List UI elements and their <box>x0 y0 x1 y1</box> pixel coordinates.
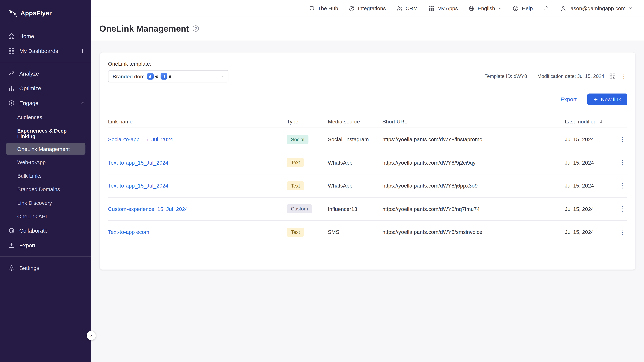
sidebar-item-label: Audiences <box>17 114 42 120</box>
topbar-item-label: My Apps <box>438 5 458 11</box>
content: OneLink template: Branded dom <box>91 41 644 362</box>
template-meta: Template ID: dWY8 Modification date: Jul… <box>484 73 627 80</box>
column-header-last-modified[interactable]: Last modified <box>565 119 608 125</box>
user-menu[interactable]: jason@gamingapp.com <box>560 5 632 11</box>
topbar-item-integrations[interactable]: Integrations <box>349 5 386 11</box>
link-name[interactable]: Custom-experience_15_Jul_2024 <box>108 206 188 212</box>
topbar-item-the-hub[interactable]: The Hub <box>309 5 338 11</box>
apps-grid-icon <box>428 5 434 11</box>
sidebar-item-home[interactable]: Home <box>0 29 91 43</box>
sidebar-item-collaborate[interactable]: Collaborate <box>0 223 91 238</box>
last-modified: Jul 15, 2024 <box>565 183 608 189</box>
last-modified: Jul 15, 2024 <box>565 136 608 143</box>
android-icon <box>168 74 172 78</box>
sidebar-item-label: Branded Domains <box>17 186 60 192</box>
sidebar-item-web-to-app[interactable]: Web-to-App <box>0 156 91 169</box>
sidebar-item-label: Settings <box>19 265 39 271</box>
template-id: Template ID: dWY8 <box>484 73 527 79</box>
sidebar-item-audiences[interactable]: Audiences <box>0 110 91 124</box>
sidebar-item-label: OneLink Management <box>17 146 70 152</box>
sidebar-item-link-discovery[interactable]: Link Discovery <box>0 196 91 210</box>
table-row: Social-to-app_15_Jul_2024 Social Social_… <box>108 128 627 151</box>
sidebar-item-engage[interactable]: Engage <box>0 96 91 110</box>
table-row: Text-to-app_15_Jul_2024 Text WhatsApp ht… <box>108 174 627 197</box>
type-badge: Custom <box>287 204 312 213</box>
sidebar: AppsFlyer Home My Dashboards <box>0 0 91 362</box>
template-kebab-icon[interactable]: ⋮ <box>620 73 627 80</box>
sidebar-item-label: Home <box>19 33 34 39</box>
last-modified: Jul 15, 2024 <box>565 229 608 235</box>
user-email: jason@gamingapp.com <box>569 5 626 11</box>
sidebar-item-my-dashboards[interactable]: My Dashboards <box>0 43 91 58</box>
apple-icon <box>154 74 158 78</box>
short-url: https://yoella.pants.com/dWY8/9j2ci9qy <box>382 160 565 166</box>
sidebar-item-bulk-links[interactable]: Bulk Links <box>0 169 91 182</box>
android-app-chip <box>161 73 172 80</box>
row-kebab-icon[interactable]: ⋮ <box>619 159 626 166</box>
sidebar-item-label: Optimize <box>19 85 41 91</box>
table-row: Text-to-app ecom Text SMS https://yoella… <box>108 221 627 244</box>
sidebar-item-label: Export <box>19 242 36 248</box>
row-kebab-icon[interactable]: ⋮ <box>619 205 626 212</box>
media-source: SMS <box>328 229 382 235</box>
row-kebab-icon[interactable]: ⋮ <box>619 229 626 235</box>
sort-desc-icon <box>598 119 604 124</box>
notifications-button[interactable] <box>544 5 550 11</box>
topbar-item-crm[interactable]: CRM <box>396 5 418 11</box>
sidebar-item-label: Analyze <box>19 70 39 76</box>
links-table: Link name Type Media source Short URL La… <box>108 116 627 244</box>
row-kebab-icon[interactable]: ⋮ <box>619 136 626 143</box>
sidebar-item-onelink-api[interactable]: OneLink API <box>0 210 91 223</box>
plus-icon <box>593 97 598 102</box>
chevron-up-icon <box>80 101 85 105</box>
column-header-media-source: Media source <box>328 119 382 125</box>
sidebar-collapse-button[interactable]: ‹ <box>87 331 96 340</box>
language-selector[interactable]: English <box>468 5 502 11</box>
page-help-icon[interactable]: ? <box>193 25 199 31</box>
chat-icon <box>309 5 315 11</box>
new-link-button[interactable]: New link <box>587 94 627 105</box>
gear-icon <box>8 265 15 271</box>
media-source: WhatsApp <box>328 183 382 189</box>
sidebar-item-analyze[interactable]: Analyze <box>0 66 91 81</box>
chevron-down-icon <box>219 74 224 79</box>
sidebar-item-export[interactable]: Export <box>0 238 91 253</box>
link-name[interactable]: Text-to-app_15_Jul_2024 <box>108 160 168 166</box>
app-icon <box>161 73 167 80</box>
sidebar-item-label: Link Discovery <box>17 200 52 206</box>
page-title: OneLink Management <box>99 23 189 33</box>
link-name[interactable]: Text-to-app_15_Jul_2024 <box>108 183 168 189</box>
topbar-item-label: CRM <box>406 5 418 11</box>
qr-code-icon[interactable] <box>609 73 616 80</box>
topbar-item-label: Integrations <box>358 5 386 11</box>
collaborate-icon <box>8 227 15 234</box>
user-icon <box>560 5 566 11</box>
app-root: AppsFlyer Home My Dashboards <box>0 0 644 362</box>
sidebar-item-label: Engage <box>19 100 38 106</box>
type-badge: Social <box>287 135 308 144</box>
add-dashboard-icon[interactable] <box>80 48 86 54</box>
column-header-type: Type <box>287 119 328 125</box>
sidebar-item-settings[interactable]: Settings <box>0 261 91 275</box>
topbar-item-help[interactable]: Help <box>513 5 533 11</box>
template-dropdown[interactable]: Branded dom <box>108 70 228 82</box>
analyze-icon <box>8 70 15 77</box>
bell-icon <box>544 5 550 11</box>
sidebar-item-label: Web-to-App <box>17 159 46 165</box>
meta-divider <box>532 73 532 79</box>
short-url: https://yoella.pants.com/dWY8/smsinvoice <box>382 229 565 235</box>
template-label: OneLink template: <box>108 61 627 67</box>
sidebar-item-branded-domains[interactable]: Branded Domains <box>0 182 91 196</box>
modification-date: Modification date: Jul 15, 2024 <box>537 73 604 79</box>
type-badge: Text <box>287 228 304 236</box>
column-header-label: Last modified <box>565 119 596 125</box>
row-kebab-icon[interactable]: ⋮ <box>619 182 626 189</box>
media-source: Social_instagram <box>328 136 382 143</box>
sidebar-item-optimize[interactable]: Optimize <box>0 81 91 96</box>
sidebar-item-onelink-management[interactable]: OneLink Management <box>6 143 86 155</box>
link-name[interactable]: Social-to-app_15_Jul_2024 <box>108 136 173 143</box>
export-button[interactable]: Export <box>560 96 576 102</box>
topbar-item-my-apps[interactable]: My Apps <box>428 5 458 11</box>
table-row: Custom-experience_15_Jul_2024 Custom Inf… <box>108 197 627 221</box>
link-name[interactable]: Text-to-app ecom <box>108 229 149 235</box>
